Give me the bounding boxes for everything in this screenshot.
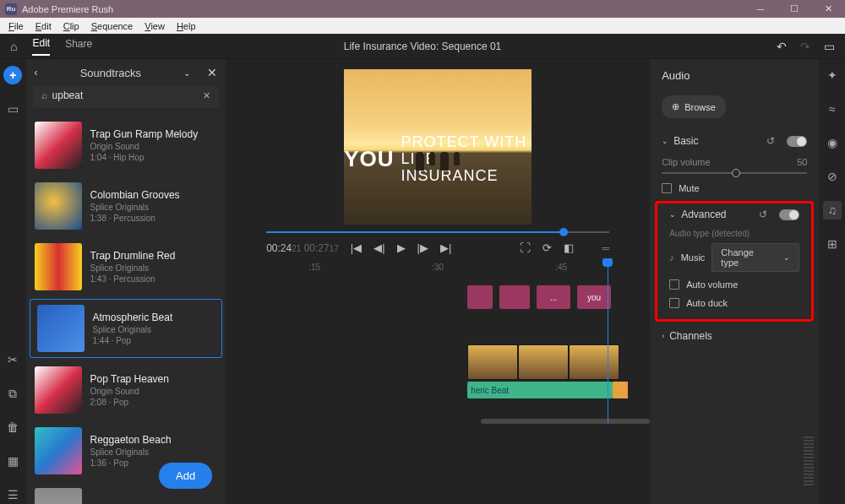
- track-meta: 1:44 · Pop: [93, 336, 173, 345]
- text-clip[interactable]: [467, 285, 493, 309]
- track-item[interactable]: Colombian Grooves Splice Originals 1:38 …: [26, 176, 226, 236]
- minimize-button[interactable]: ─: [744, 0, 777, 18]
- auto-volume-checkbox[interactable]: [669, 279, 679, 290]
- track-meta: 1:43 · Percussion: [90, 274, 176, 284]
- clear-search-icon[interactable]: ✕: [203, 90, 210, 101]
- search-input[interactable]: [52, 89, 204, 101]
- transitions-icon[interactable]: ≈: [823, 100, 842, 118]
- fullscreen-icon[interactable]: ⛶: [520, 241, 531, 254]
- close-panel-icon[interactable]: ✕: [207, 66, 217, 79]
- track-options-icon[interactable]: ═: [602, 242, 610, 254]
- add-media-button[interactable]: +: [3, 66, 22, 84]
- auto-duck-checkbox[interactable]: [669, 298, 679, 308]
- text-clip[interactable]: ...: [537, 285, 570, 309]
- reset-advanced-icon[interactable]: ↺: [759, 209, 767, 220]
- browse-button[interactable]: ⊕Browse: [662, 95, 726, 118]
- track-item[interactable]: Trap Drumline Red Splice Originals 1:43 …: [26, 236, 226, 297]
- maximize-button[interactable]: ☐: [777, 0, 811, 18]
- track-view-icon[interactable]: ▦: [3, 452, 22, 470]
- clip-volume-slider[interactable]: [662, 172, 807, 174]
- redo-icon[interactable]: ↷: [800, 40, 810, 53]
- basic-toggle[interactable]: [787, 136, 807, 147]
- comment-icon[interactable]: ▭: [824, 40, 835, 53]
- menu-sequence[interactable]: Sequence: [86, 19, 139, 33]
- channels-section-header[interactable]: › Channels: [650, 325, 819, 347]
- audio-panel: Audio ⊕Browse ⌄ Basic ↺ Clip volume 50 M…: [650, 59, 819, 504]
- track-item[interactable]: Pop Trap Heaven Origin Sound 2:08 · Pop: [26, 360, 226, 420]
- playhead[interactable]: [608, 265, 608, 424]
- track-meta: 1:38 · Percussion: [90, 214, 180, 223]
- close-window-button[interactable]: ✕: [811, 0, 845, 18]
- back-icon[interactable]: ‹: [35, 67, 38, 79]
- audio-clip-transition[interactable]: [613, 382, 628, 398]
- basic-section-header[interactable]: ⌄ Basic ↺: [650, 130, 819, 152]
- transform-icon[interactable]: ⊞: [823, 235, 842, 253]
- menu-help[interactable]: Help: [172, 19, 201, 33]
- titlebar: Ru Adobe Premiere Rush ─ ☐ ✕: [0, 0, 845, 18]
- video-clip[interactable]: [569, 344, 619, 380]
- loop-icon[interactable]: ⟳: [542, 241, 552, 254]
- speed-icon[interactable]: ⊘: [823, 167, 842, 186]
- menu-view[interactable]: View: [139, 19, 170, 33]
- sidebar-dropdown-icon[interactable]: ⌄: [183, 68, 190, 78]
- home-icon[interactable]: ⌂: [10, 40, 17, 53]
- reset-basic-icon[interactable]: ↺: [766, 135, 775, 147]
- video-track[interactable]: [467, 344, 650, 380]
- advanced-toggle[interactable]: [779, 209, 799, 220]
- delete-icon[interactable]: 🗑: [3, 418, 22, 436]
- step-forward-icon[interactable]: |▶: [417, 241, 428, 254]
- list-view-icon[interactable]: ☰: [3, 485, 22, 504]
- text-clip[interactable]: you: [577, 285, 611, 309]
- mute-checkbox[interactable]: [662, 183, 672, 193]
- track-thumbnail: [35, 488, 82, 504]
- text-clip[interactable]: [499, 285, 530, 309]
- menu-edit[interactable]: Edit: [30, 19, 57, 33]
- duplicate-icon[interactable]: ⧉: [3, 384, 22, 403]
- track-meta: 2:08 · Pop: [90, 398, 169, 407]
- track-source: Splice Originals: [90, 263, 176, 273]
- go-end-icon[interactable]: ▶|: [440, 241, 451, 254]
- project-panel-icon[interactable]: ▭: [3, 100, 22, 118]
- change-type-dropdown[interactable]: Change type ⌄: [711, 243, 799, 272]
- chevron-down-icon: ⌄: [783, 253, 790, 262]
- search-field[interactable]: ⌕ ✕: [33, 86, 220, 108]
- track-item[interactable]: Atmospheric Beat Splice Originals 1:44 ·…: [30, 299, 223, 358]
- track-name: Trap Drumline Red: [90, 250, 176, 262]
- timeline[interactable]: ...you heric Beat: [226, 275, 650, 424]
- add-track-button[interactable]: Add: [159, 463, 212, 489]
- color-icon[interactable]: ◉: [823, 133, 842, 152]
- titles-icon[interactable]: ✦: [823, 66, 842, 84]
- cut-icon[interactable]: ✂: [3, 350, 22, 369]
- clip-volume-value: 50: [797, 157, 807, 167]
- scrubber[interactable]: [266, 231, 609, 233]
- soundtracks-panel: ‹ Soundtracks ⌄ ✕ ⌕ ✕ Trap Gun Ramp Melo…: [26, 59, 226, 504]
- video-clip[interactable]: [518, 344, 569, 380]
- clip-volume-row: Clip volume 50: [650, 152, 819, 179]
- video-clip[interactable]: [467, 344, 518, 380]
- step-back-icon[interactable]: ◀|: [373, 241, 384, 254]
- slider-knob[interactable]: [732, 169, 740, 177]
- audio-type-value: Music: [681, 252, 706, 263]
- preview: YOU PROTECT WITH LIFE INSURANCE: [226, 59, 650, 225]
- audio-icon[interactable]: ♫: [823, 201, 842, 219]
- timeline-scrollbar[interactable]: [481, 419, 650, 424]
- undo-icon[interactable]: ↶: [777, 40, 787, 53]
- track-item[interactable]: Trap Gun Ramp Melody Origin Sound 1:04 ·…: [26, 115, 226, 176]
- menu-file[interactable]: File: [3, 19, 29, 33]
- center-area: YOU PROTECT WITH LIFE INSURANCE 00:2421 …: [226, 59, 650, 504]
- audio-clip[interactable]: heric Beat: [467, 382, 613, 398]
- tab-edit[interactable]: Edit: [32, 37, 50, 56]
- snapshot-icon[interactable]: ◧: [564, 241, 574, 254]
- tab-share[interactable]: Share: [65, 38, 92, 55]
- go-start-icon[interactable]: |◀: [351, 241, 362, 254]
- scrubber-handle[interactable]: [559, 228, 568, 236]
- track-thumbnail: [35, 366, 82, 414]
- track-name: Atmospheric Beat: [93, 312, 173, 323]
- play-icon[interactable]: ▶: [397, 241, 406, 254]
- menu-clip[interactable]: Clip: [58, 19, 84, 33]
- track-thumbnail: [35, 182, 82, 230]
- advanced-section-header[interactable]: ⌄ Advanced ↺: [657, 203, 811, 225]
- timecode: 00:2421 00:2717: [266, 242, 339, 254]
- audio-track[interactable]: heric Beat: [467, 382, 650, 398]
- track-name: Pop Trap Heaven: [90, 373, 169, 385]
